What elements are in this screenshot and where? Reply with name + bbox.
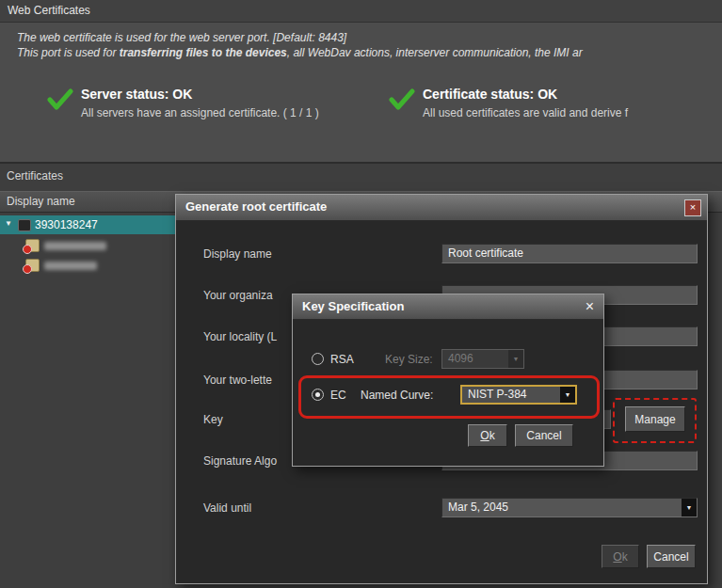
field-row-display-name: Display name Root certificate [176,244,707,268]
redacted-certificate-name [44,262,97,270]
ec-label: EC [330,385,346,405]
locality-label: Your locality (L [203,326,277,347]
ok-button-label: Ok [480,429,494,442]
organization-label: Your organiza [203,285,273,306]
key-size-dropdown-button[interactable]: ▼ [508,350,523,368]
rsa-radio[interactable] [312,353,324,365]
valid-until-label: Valid until [203,498,251,518]
manage-button[interactable]: Manage [625,406,685,432]
chevron-down-icon: ▼ [513,350,520,368]
ok-button[interactable]: Ok [468,424,507,447]
certificate-icon [25,259,40,272]
info-line-2-suffix: , all WebDav actions, interserver commun… [287,46,583,59]
key-specification-dialog: Key Specification × RSA Key Size: 4096 ▼… [292,294,604,467]
certificate-status-block: Certificate status: OK All used certific… [389,87,722,128]
ec-option-row: EC Named Curve: NIST P-384 ▼ [293,385,603,407]
tree-item-root[interactable]: ▼ 3930138247 [0,215,175,234]
named-curve-dropdown[interactable]: NIST P-384 ▼ [460,385,577,405]
certificate-icon [25,239,40,252]
ok-button-label: Ok [613,550,627,564]
close-icon[interactable]: × [684,199,701,216]
display-name-input[interactable]: Root certificate [441,244,698,263]
info-line-2-prefix: This port is used for [17,46,120,59]
display-name-value: Root certificate [448,246,523,260]
tree-item-certificate-2[interactable] [0,256,175,275]
web-certificates-screen: Web Certificates The web certificate is … [0,0,722,588]
revoked-badge-icon [23,245,32,254]
named-curve-value: NIST P-384 [468,388,526,401]
dialog-title-bar[interactable]: Key Specification × [293,294,603,320]
chevron-down-icon: ▼ [565,388,571,403]
field-row-valid-until: Valid until Mar 5, 2045 ▼ [176,498,707,522]
tree-item-certificate-1[interactable] [0,236,175,255]
valid-until-input[interactable]: Mar 5, 2045 ▼ [441,498,698,517]
ok-button[interactable]: Ok [602,545,639,568]
certificate-status-subtitle: All used certificates are valid and deri… [423,106,628,119]
redacted-certificate-name [44,242,106,250]
page-title-bar: Web Certificates [0,0,722,23]
server-status-title: Server status: OK [81,87,192,102]
valid-until-dropdown-button[interactable]: ▼ [682,499,697,516]
display-name-label: Display name [203,244,272,264]
cancel-button[interactable]: Cancel [647,545,696,568]
close-icon[interactable]: × [586,297,594,316]
dialog-title: Key Specification [302,294,404,319]
server-status-subtitle: All servers have an assigned certificate… [81,106,319,119]
key-label: Key [203,409,223,430]
signature-algorithm-label: Signature Algo [203,451,277,471]
revoked-badge-icon [23,264,32,274]
info-line-2: This port is used for transferring files… [17,46,583,59]
rsa-label: RSA [330,349,354,370]
key-size-value: 4096 [448,352,473,365]
chevron-down-icon: ▼ [686,499,693,516]
check-icon [389,88,415,111]
valid-until-value: Mar 5, 2045 [448,501,508,514]
certificates-section-title: Certificates [7,169,63,183]
key-size-dropdown[interactable]: 4096 ▼ [441,349,524,369]
cancel-button-label: Cancel [653,550,688,564]
tree-item-root-label: 3930138247 [35,218,98,231]
country-label: Your two-lette [203,370,272,390]
info-panel: The web certificate is used for the web … [0,23,722,164]
cancel-button[interactable]: Cancel [515,424,573,447]
dialog-title: Generate root certificate [185,195,327,219]
check-icon [47,88,73,111]
group-icon [18,219,31,231]
info-line-2-bold: transferring files to the devices [120,46,287,59]
page-title: Web Certificates [8,4,90,17]
column-header-label: Display name [7,195,75,208]
dialog-title-bar[interactable]: Generate root certificate × [176,195,707,221]
named-curve-label: Named Curve: [361,385,433,405]
info-line-1: The web certificate is used for the web … [17,31,346,44]
named-curve-dropdown-button[interactable]: ▼ [560,387,575,403]
key-size-label: Key Size: [385,349,433,370]
cancel-button-label: Cancel [526,429,561,442]
ec-radio[interactable] [312,389,324,401]
expander-icon[interactable]: ▼ [5,219,12,228]
server-status-block: Server status: OK All servers have an as… [47,87,372,128]
rsa-option-row: RSA Key Size: 4096 ▼ [293,349,603,372]
certificate-status-title: Certificate status: OK [423,87,557,102]
manage-button-label: Manage [634,413,675,426]
